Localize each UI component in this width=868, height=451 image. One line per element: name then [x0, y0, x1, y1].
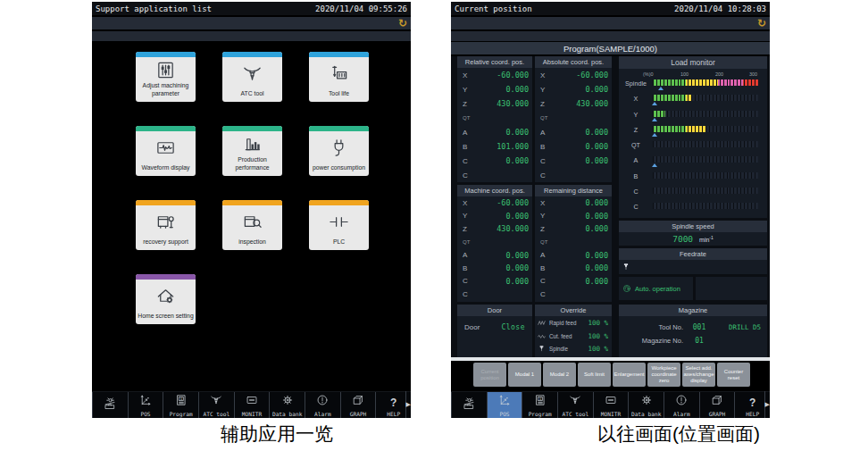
- sync-icon[interactable]: ↻: [757, 18, 766, 29]
- taskbar-item[interactable]: Data bank: [628, 392, 664, 418]
- spindle-icon: [622, 259, 630, 275]
- load-bar: [653, 156, 758, 163]
- axis-label: Y: [540, 86, 545, 94]
- app-tile[interactable]: recovery support: [136, 200, 196, 250]
- auto-operation-label: Auto. operation: [635, 285, 680, 293]
- axis-label: C: [540, 290, 546, 298]
- axis-label: QT: [540, 115, 547, 121]
- app-tile[interactable]: ATC tool: [222, 52, 282, 102]
- axis-label: Y: [463, 212, 467, 220]
- softkey-button[interactable]: Modal 2: [543, 363, 576, 387]
- spindle-speed-panel: Spindle speed 7000 min-1: [619, 221, 767, 246]
- taskbar-item[interactable]: MONITR: [593, 392, 629, 418]
- softkey-button[interactable]: Current position: [473, 363, 506, 387]
- load-row: C: [619, 201, 767, 216]
- axis-label: Z: [463, 100, 467, 108]
- app-tile[interactable]: Home screen setting: [136, 274, 196, 324]
- override-value: 100 %: [588, 332, 608, 340]
- auto-operation-box: Auto. operation: [619, 277, 693, 300]
- override-row: Cut. feed 100 %: [535, 330, 612, 343]
- scale-tick: 100: [680, 71, 689, 77]
- app-tile[interactable]: PLC: [309, 200, 369, 250]
- program-bar: Program(SAMPLE/1000): [451, 42, 770, 54]
- axis-label: X: [540, 199, 545, 207]
- feedrate-value-row: [619, 260, 767, 274]
- taskbar-item[interactable]: MONITR: [234, 392, 270, 418]
- door-panel: Door Door Close: [457, 305, 532, 357]
- load-bar: [653, 126, 758, 132]
- tile-label: Tool life: [327, 90, 351, 102]
- axis-value: 101.000: [497, 142, 529, 151]
- taskbar-item[interactable]: Alarm: [664, 392, 699, 418]
- coord-row: Y 0.000: [535, 210, 612, 223]
- axis-value: 0.000: [585, 156, 608, 165]
- axis-label: C: [463, 171, 468, 180]
- override-label: Rapid feed: [549, 320, 586, 326]
- load-marker-icon: [652, 163, 657, 167]
- softkey-button[interactable]: Counter reset: [717, 363, 750, 387]
- axis-value: 0.000: [505, 212, 529, 221]
- scale-tick: 300: [749, 71, 757, 77]
- coord-row: C 0.000: [457, 154, 532, 168]
- axis-label: Y: [540, 212, 545, 220]
- taskbar-next-icon[interactable]: ▶: [764, 391, 770, 418]
- load-marker-icon: [652, 133, 657, 137]
- setup-icon: [104, 397, 116, 413]
- taskbar-item-label: POS: [499, 411, 509, 417]
- taskbar-item[interactable]: [92, 392, 128, 418]
- axis-value: 0.000: [585, 85, 608, 94]
- taskbar-item[interactable]: G Program: [163, 392, 198, 418]
- app-tile[interactable]: power consumption: [309, 126, 369, 176]
- right-screen-title: Current position: [455, 4, 532, 13]
- axis-value: 0.000: [585, 142, 608, 151]
- taskbar-item[interactable]: G Program: [522, 392, 557, 418]
- app-tile[interactable]: Adjust machining parameter: [136, 52, 196, 102]
- graph-cube-icon: [352, 394, 364, 410]
- softkey-button[interactable]: Modal 1: [508, 363, 541, 387]
- load-bar: [653, 79, 758, 86]
- softkey-button[interactable]: Enlargement: [613, 363, 646, 387]
- magazine-panel: Magazine Tool No. 001 DRILL D5 Magazine …: [619, 305, 767, 357]
- door-label: Door: [464, 323, 480, 331]
- relative-coord-panel: Relative coord. pos. X -60.000 Y 0.000 Z…: [457, 56, 532, 182]
- gear-icon: [281, 394, 294, 410]
- axis-label: A: [540, 129, 545, 137]
- tile-label: recovery support: [141, 238, 190, 250]
- coord-row: X -60.000: [457, 68, 532, 82]
- coord-row: QT: [457, 111, 532, 125]
- sync-icon[interactable]: ↻: [398, 18, 407, 29]
- taskbar-item[interactable]: ATC tool: [557, 392, 593, 418]
- softkey-button[interactable]: Select add. axes/change display: [682, 363, 715, 387]
- screenshot-canvas: Support application list 2020/11/04 09:5…: [0, 0, 868, 451]
- axis-value: 0.000: [585, 277, 608, 286]
- taskbar-item[interactable]: ATC tool: [198, 392, 234, 418]
- panel-title: Absolute coord. pos.: [535, 56, 612, 68]
- axis-label: C: [540, 171, 546, 180]
- axis-label: A: [463, 129, 467, 137]
- override-row: Spindle 100 %: [535, 343, 612, 356]
- load-row-label: X: [619, 95, 653, 103]
- app-tile[interactable]: Waveform display: [136, 126, 196, 176]
- tool-life-icon: [329, 57, 349, 90]
- coord-row: B 101.000: [457, 139, 532, 154]
- taskbar-item[interactable]: Alarm: [305, 392, 340, 418]
- magazine-row: Tool No. 001 DRILL D5: [619, 321, 767, 334]
- app-tile[interactable]: Production performance: [222, 126, 282, 176]
- app-tile[interactable]: inspection: [222, 200, 282, 250]
- taskbar-item[interactable]: [451, 392, 487, 418]
- coord-row: A 0.000: [535, 248, 612, 262]
- axis-label: QT: [463, 239, 470, 245]
- softkey-button[interactable]: Workpiece coordinate zero: [647, 363, 680, 387]
- taskbar-item[interactable]: POS: [487, 392, 522, 418]
- axis-label: X: [540, 71, 545, 79]
- coord-row: Z 430.000: [457, 222, 532, 236]
- taskbar-item[interactable]: POS: [128, 392, 163, 418]
- taskbar-item[interactable]: Data bank: [269, 392, 305, 418]
- app-tile[interactable]: Tool life: [309, 52, 369, 102]
- atc-tool-icon: [242, 57, 263, 90]
- pos-icon: [139, 394, 152, 410]
- softkey-button[interactable]: Soft limit: [578, 363, 611, 387]
- taskbar-next-icon[interactable]: ▶: [405, 391, 411, 418]
- taskbar-item[interactable]: GRAPH: [340, 392, 376, 418]
- taskbar-item[interactable]: GRAPH: [699, 392, 735, 418]
